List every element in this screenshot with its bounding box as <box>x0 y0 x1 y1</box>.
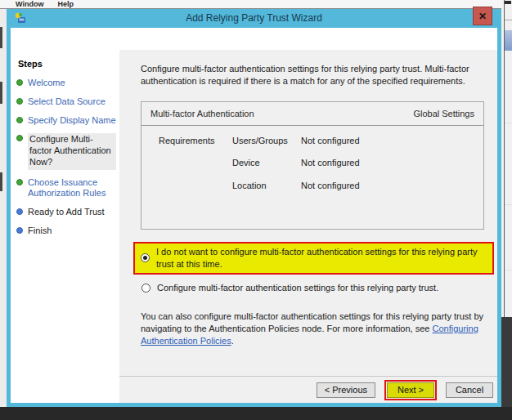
list-row-divider <box>505 20 512 20</box>
radio-option-label[interactable]: Configure multi-factor authentication se… <box>157 282 438 294</box>
desktop-fragment <box>501 317 512 420</box>
step-item-finish: Finish <box>16 226 116 237</box>
steps-heading: Steps <box>18 59 119 69</box>
add-relying-party-trust-wizard-dialog: Add Relying Party Trust Wizard ✕ Steps W… <box>7 9 501 407</box>
menu-item-window[interactable]: Window <box>16 0 43 8</box>
step-upcoming-bullet-icon <box>16 227 23 234</box>
dialog-titlebar[interactable]: Add Relying Party Trust Wizard ✕ <box>7 9 501 28</box>
step-done-bullet-icon <box>16 98 23 105</box>
desktop-taskbar-strip <box>0 407 512 420</box>
window-edge-fragment <box>505 1 511 4</box>
step-upcoming-bullet-icon <box>16 208 23 215</box>
intro-text: Configure multi-factor authentication se… <box>141 63 486 87</box>
step-item-choose-issuance-authorization-rules[interactable]: Choose Issuance Authorization Rules <box>16 177 116 200</box>
table-row: Device Not configured <box>159 157 483 169</box>
list-row-divider <box>505 204 512 205</box>
step-label[interactable]: Welcome <box>28 78 65 89</box>
next-button[interactable]: Next > <box>387 382 434 398</box>
window-edge-fragment <box>0 82 2 104</box>
step-done-bullet-icon <box>16 117 23 123</box>
list-row-divider <box>505 123 512 123</box>
background-menubar: Window Help <box>0 0 501 9</box>
step-item-specify-display-name[interactable]: Specify Display Name <box>16 115 116 127</box>
step-item-select-data-source[interactable]: Select Data Source <box>16 96 116 108</box>
step-label[interactable]: Select Data Source <box>28 96 106 108</box>
step-item-configure-mfa-now: Configure Multi-factor Authentication No… <box>16 133 116 169</box>
requirement-name: Device <box>232 157 301 169</box>
radio-option-label[interactable]: I do not want to configure multi-factor … <box>156 246 489 270</box>
step-item-welcome[interactable]: Welcome <box>16 78 116 89</box>
step-done-bullet-icon <box>16 79 23 86</box>
wizard-button-bar: < Previous Next > Cancel <box>119 376 497 403</box>
radio-selected-icon[interactable] <box>141 253 150 262</box>
requirement-value: Not configured <box>301 180 360 192</box>
step-item-ready-to-add-trust: Ready to Add Trust <box>16 207 116 218</box>
radio-unselected-icon[interactable] <box>141 284 150 293</box>
step-label[interactable]: Specify Display Name <box>28 115 116 127</box>
wizard-header-band <box>11 28 497 50</box>
requirement-name: Location <box>232 180 301 192</box>
window-edge-fragment <box>0 27 2 48</box>
close-icon[interactable]: ✕ <box>473 7 492 25</box>
list-row-divider <box>505 270 512 270</box>
wizard-content-pane: Configure multi-factor authentication se… <box>119 50 497 403</box>
note-after-link: . <box>231 336 234 346</box>
window-edge-fragment <box>0 172 2 191</box>
cancel-button[interactable]: Cancel <box>446 382 493 398</box>
requirement-value: Not configured <box>301 157 360 169</box>
step-label[interactable]: Choose Issuance Authorization Rules <box>28 177 116 200</box>
dialog-title: Add Relying Party Trust Wizard <box>7 12 501 24</box>
step-done-bullet-icon <box>16 179 23 185</box>
step-label-current: Configure Multi-factor Authentication No… <box>28 133 116 169</box>
note-text: You can also configure multi-factor auth… <box>141 311 492 347</box>
radio-option-no-mfa[interactable]: I do not want to configure multi-factor … <box>133 242 494 275</box>
step-label: Ready to Add Trust <box>28 207 105 218</box>
requirements-label: Requirements <box>159 135 232 147</box>
global-settings-label: Global Settings <box>413 108 474 120</box>
step-label: Finish <box>28 226 52 237</box>
radio-option-configure-mfa[interactable]: Configure multi-factor authentication se… <box>141 282 487 294</box>
mfa-settings-panel: Multi-factor Authentication Global Setti… <box>141 101 484 230</box>
steps-sidebar: Steps Welcome Select Data Source Specify… <box>11 50 119 403</box>
selected-list-item-fragment <box>505 30 512 51</box>
background-window-strip <box>501 0 512 420</box>
panel-header-title: Multi-factor Authentication <box>150 108 254 120</box>
previous-button[interactable]: < Previous <box>317 382 375 398</box>
step-done-bullet-icon <box>16 135 23 141</box>
requirement-value: Not configured <box>301 135 360 147</box>
menu-item-help[interactable]: Help <box>57 0 74 8</box>
requirement-name: Users/Groups <box>232 135 301 147</box>
table-row: Location Not configured <box>159 180 483 192</box>
table-row: Requirements Users/Groups Not configured <box>159 135 483 147</box>
